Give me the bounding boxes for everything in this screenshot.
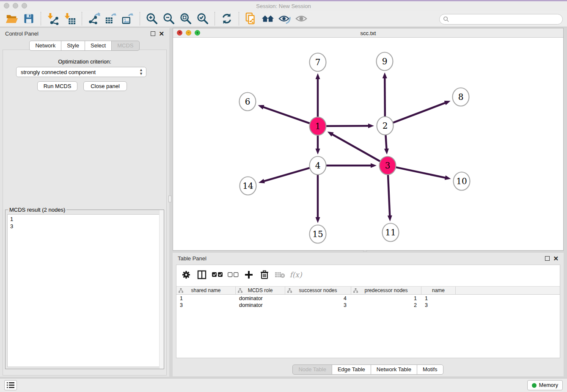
hide-details-icon[interactable] [278, 11, 292, 26]
gear-icon[interactable] [181, 269, 192, 280]
graph-node-11[interactable]: 11 [383, 224, 399, 242]
minimize-window-button[interactable] [13, 3, 18, 8]
search-input[interactable] [449, 16, 555, 22]
delete-table-icon[interactable] [275, 269, 286, 280]
table-cell: 3 [421, 302, 456, 309]
graph-edge-arrowhead [383, 72, 387, 78]
table-body: 1dominator4113dominator323 [176, 295, 560, 309]
graph-node-2[interactable]: 2 [377, 117, 394, 135]
zoom-in-icon[interactable] [145, 11, 159, 26]
graph-node-1[interactable]: 1 [310, 117, 326, 135]
float-table-panel-icon[interactable] [545, 256, 550, 261]
function-builder-icon[interactable]: f(x) [290, 269, 301, 280]
graph-node-10[interactable]: 10 [454, 172, 470, 190]
graph-node-4[interactable]: 4 [310, 157, 326, 175]
criterion-dropdown[interactable]: strongly connected component ▲▼ [16, 67, 146, 77]
graph-edge-arrowhead [259, 179, 265, 184]
window-title: Session: New Session [0, 3, 567, 9]
close-window-button[interactable] [4, 3, 9, 8]
zoom-fit-icon[interactable] [179, 11, 193, 26]
close-panel-button[interactable]: Close panel [83, 81, 127, 91]
graph-edge-2-3[interactable] [385, 134, 386, 150]
task-history-button[interactable] [4, 380, 17, 390]
deselect-all-columns-icon[interactable] [228, 269, 239, 280]
mcds-result-text[interactable]: 1 3 [7, 214, 162, 367]
close-panel-icon[interactable]: ✕ [159, 31, 164, 36]
zoom-out-icon[interactable] [162, 11, 176, 26]
tab-style[interactable]: Style [61, 41, 85, 51]
save-session-icon[interactable] [22, 11, 36, 26]
table-cell: 1 [421, 295, 456, 302]
graph-edge-arrowhead [371, 163, 377, 168]
graph-edge-4-14[interactable] [263, 168, 310, 182]
tab-network-table[interactable]: Network Table [371, 364, 417, 375]
graph-edge-1-2[interactable] [326, 126, 369, 126]
tab-select[interactable]: Select [85, 41, 112, 51]
delete-column-icon[interactable] [259, 269, 270, 280]
graph-edge-3-1[interactable] [331, 134, 380, 161]
graph-edge-arrowhead [445, 175, 451, 180]
criterion-value: strongly connected component [21, 69, 96, 75]
table-cell: 4 [285, 295, 351, 302]
toolbar-separator [41, 12, 41, 25]
column-header-mcds-role[interactable]: MCDS role [236, 287, 285, 294]
add-column-icon[interactable] [243, 269, 254, 280]
close-table-panel-icon[interactable]: ✕ [553, 256, 559, 261]
select-all-columns-icon[interactable] [212, 269, 223, 280]
graph-edge-2-9[interactable] [385, 77, 385, 117]
tab-edge-table[interactable]: Edge Table [332, 364, 371, 375]
column-header-name[interactable]: name [421, 287, 456, 294]
graph-edge-arrowhead [316, 217, 320, 223]
copy-network-icon[interactable] [244, 11, 258, 26]
open-session-icon[interactable] [5, 11, 19, 26]
export-table-icon[interactable] [104, 11, 118, 26]
graph-node-15[interactable]: 15 [310, 225, 326, 243]
show-details-icon[interactable] [295, 11, 309, 26]
tab-mcds[interactable]: MCDS [111, 41, 139, 51]
table-cell: 1 [351, 295, 421, 302]
vertical-splitter-grip[interactable] [168, 196, 171, 202]
graph-node-14[interactable]: 14 [240, 177, 256, 195]
node-table-container: f(x) shared nameMCDS rolesuccessor nodes… [176, 265, 560, 358]
graph-node-9[interactable]: 9 [377, 52, 393, 71]
tab-node-table[interactable]: Node Table [292, 364, 332, 375]
graph-node-6[interactable]: 6 [239, 93, 256, 111]
graph-node-label: 4 [315, 160, 321, 171]
graph-node-8[interactable]: 8 [453, 88, 469, 106]
table-row[interactable]: 3dominator323 [176, 302, 560, 309]
graph-node-3[interactable]: 3 [380, 157, 396, 175]
toolbar-separator [82, 12, 82, 25]
graph-svg[interactable]: 7968124314101511 [173, 38, 563, 250]
import-table-icon[interactable] [63, 11, 77, 26]
import-network-icon[interactable] [46, 11, 60, 26]
graph-edge-3-11[interactable] [388, 174, 390, 217]
export-network-icon[interactable] [87, 11, 101, 26]
memory-button[interactable]: Memory [527, 380, 563, 390]
refresh-layout-icon[interactable] [220, 11, 234, 26]
control-panel-title: Control Panel [5, 30, 39, 37]
graph-edge-1-6[interactable] [262, 107, 310, 123]
column-header-shared-name[interactable]: shared name [176, 287, 236, 294]
split-columns-icon[interactable] [196, 269, 207, 280]
graph-edge-3-10[interactable] [396, 167, 446, 178]
tab-motifs[interactable]: Motifs [417, 364, 443, 375]
tab-network[interactable]: Network [29, 41, 61, 51]
maximize-window-button[interactable] [22, 3, 27, 8]
network-view-window[interactable]: ✕ − ＋ scc.txt 7968124314101511 [173, 28, 564, 251]
result-scrollbar[interactable] [159, 210, 164, 369]
graph-edge-arrowhead [388, 215, 392, 221]
table-row[interactable]: 1dominator411 [176, 295, 560, 302]
run-mcds-button[interactable]: Run MCDS [37, 81, 77, 91]
search-field[interactable] [439, 14, 563, 25]
export-image-icon[interactable] [121, 11, 135, 26]
zoom-selected-icon[interactable] [195, 11, 210, 26]
titlebar[interactable]: Session: New Session [0, 1, 567, 11]
column-header-successor-nodes[interactable]: successor nodes [285, 287, 351, 294]
graph-edge-2-8[interactable] [393, 102, 446, 123]
home-networks-icon[interactable] [261, 11, 275, 26]
network-window-titlebar[interactable]: ✕ − ＋ scc.txt [173, 28, 563, 38]
memory-status-dot [532, 383, 537, 388]
float-panel-icon[interactable] [151, 31, 155, 36]
graph-node-7[interactable]: 7 [310, 53, 326, 72]
column-header-predecessor-nodes[interactable]: predecessor nodes [351, 287, 421, 294]
